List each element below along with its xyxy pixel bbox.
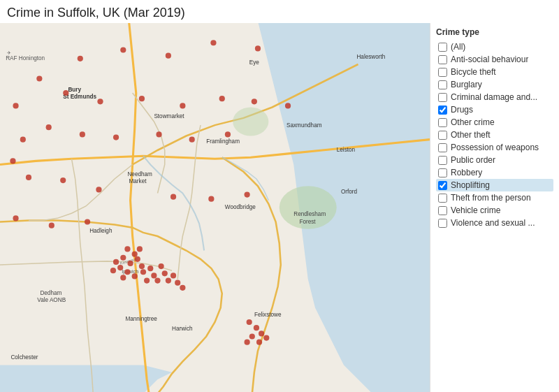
crime-label-possession-weapons: Possession of weapons bbox=[451, 143, 539, 152]
main-area: RAF Honington Bury St Edmunds Stowmarket… bbox=[0, 23, 559, 392]
crime-item-shoplifting[interactable]: Shoplifting bbox=[436, 179, 553, 191]
svg-point-62 bbox=[252, 99, 257, 104]
app: Crime in Suffolk, UK (Mar 2019) bbox=[0, 0, 559, 392]
svg-point-37 bbox=[147, 266, 153, 271]
crime-checkbox-anti-social[interactable] bbox=[438, 55, 447, 64]
svg-point-45 bbox=[175, 280, 180, 286]
crime-list: (All)Anti-social behaviourBicycle theftB… bbox=[436, 41, 553, 229]
svg-point-74 bbox=[208, 196, 214, 202]
svg-text:✈: ✈ bbox=[7, 50, 11, 56]
crime-label-theft-person: Theft from the person bbox=[451, 193, 531, 203]
svg-point-29 bbox=[120, 255, 126, 261]
crime-label-public-order: Public order bbox=[451, 155, 495, 165]
svg-point-75 bbox=[245, 191, 250, 197]
svg-point-68 bbox=[189, 137, 195, 143]
svg-point-2 bbox=[233, 108, 268, 136]
svg-point-50 bbox=[120, 275, 126, 280]
crime-item-violence-sexual[interactable]: Violence and sexual ... bbox=[436, 217, 553, 229]
svg-text:Framlingham: Framlingham bbox=[206, 138, 240, 145]
crime-item-public-order[interactable]: Public order bbox=[436, 154, 553, 166]
svg-text:Felixstowe: Felixstowe bbox=[254, 312, 282, 318]
crime-checkbox-bicycle-theft[interactable] bbox=[438, 68, 447, 77]
svg-point-55 bbox=[255, 45, 261, 51]
crime-label-violence-sexual: Violence and sexual ... bbox=[451, 218, 535, 228]
crime-checkbox-violence-sexual[interactable] bbox=[438, 219, 447, 228]
svg-point-78 bbox=[85, 219, 90, 224]
svg-text:Halesworth: Halesworth bbox=[356, 54, 385, 60]
crime-checkbox-vehicle-crime[interactable] bbox=[438, 206, 447, 215]
svg-point-84 bbox=[263, 335, 269, 340]
svg-point-47 bbox=[113, 259, 119, 265]
svg-point-41 bbox=[159, 263, 164, 269]
crime-item-theft-person[interactable]: Theft from the person bbox=[436, 191, 553, 204]
crime-checkbox-robbery[interactable] bbox=[438, 168, 447, 177]
svg-point-39 bbox=[154, 277, 160, 283]
svg-point-54 bbox=[210, 40, 216, 45]
svg-text:Market: Market bbox=[129, 178, 147, 184]
map-container: RAF Honington Bury St Edmunds Stowmarket… bbox=[0, 23, 430, 392]
svg-point-79 bbox=[247, 319, 252, 325]
svg-point-70 bbox=[26, 175, 31, 180]
crime-item-all[interactable]: (All) bbox=[436, 41, 553, 53]
crime-label-all: (All) bbox=[451, 42, 465, 52]
svg-point-57 bbox=[63, 90, 68, 96]
crime-label-robbery: Robbery bbox=[451, 168, 482, 177]
crime-checkbox-drugs[interactable] bbox=[438, 106, 447, 115]
crime-item-robbery[interactable]: Robbery bbox=[436, 166, 553, 179]
svg-point-66 bbox=[113, 134, 119, 140]
crime-item-drugs[interactable]: Drugs bbox=[436, 103, 553, 116]
sidebar-title: Crime type bbox=[436, 27, 553, 37]
svg-text:Forest: Forest bbox=[299, 219, 316, 225]
svg-point-43 bbox=[166, 277, 171, 283]
crime-label-shoplifting: Shoplifting bbox=[451, 180, 490, 190]
svg-text:Hadleigh: Hadleigh bbox=[89, 228, 112, 234]
svg-point-65 bbox=[80, 131, 85, 137]
svg-point-40 bbox=[144, 277, 150, 283]
svg-point-86 bbox=[13, 103, 18, 108]
svg-point-48 bbox=[110, 268, 116, 273]
crime-checkbox-shoplifting[interactable] bbox=[438, 181, 447, 190]
svg-point-31 bbox=[135, 256, 140, 262]
svg-text:Needham: Needham bbox=[127, 171, 152, 177]
svg-point-46 bbox=[180, 285, 185, 291]
svg-point-30 bbox=[127, 261, 133, 266]
svg-point-73 bbox=[170, 194, 176, 200]
crime-checkbox-possession-weapons[interactable] bbox=[438, 143, 447, 152]
crime-item-anti-social[interactable]: Anti-social behaviour bbox=[436, 53, 553, 66]
crime-checkbox-criminal-damage[interactable] bbox=[438, 93, 447, 102]
svg-point-38 bbox=[151, 273, 157, 278]
svg-text:RAF Honington: RAF Honington bbox=[6, 55, 45, 61]
svg-text:Harwich: Harwich bbox=[172, 326, 193, 332]
crime-item-other-theft[interactable]: Other theft bbox=[436, 129, 553, 141]
svg-point-82 bbox=[249, 333, 255, 339]
crime-label-other-crime: Other crime bbox=[451, 117, 495, 127]
svg-point-88 bbox=[10, 158, 15, 164]
svg-point-34 bbox=[124, 269, 130, 275]
crime-checkbox-other-theft[interactable] bbox=[438, 131, 447, 140]
crime-item-burglary[interactable]: Burglary bbox=[436, 78, 553, 91]
svg-point-35 bbox=[132, 273, 138, 279]
crime-checkbox-burglary[interactable] bbox=[438, 80, 447, 89]
svg-point-51 bbox=[78, 56, 83, 61]
svg-point-69 bbox=[225, 131, 231, 137]
crime-checkbox-public-order[interactable] bbox=[438, 156, 447, 165]
crime-checkbox-other-crime[interactable] bbox=[438, 118, 447, 127]
svg-point-63 bbox=[285, 103, 291, 108]
crime-label-anti-social: Anti-social behaviour bbox=[451, 55, 528, 64]
svg-point-27 bbox=[124, 246, 130, 252]
crime-item-other-crime[interactable]: Other crime bbox=[436, 116, 553, 129]
crime-item-possession-weapons[interactable]: Possession of weapons bbox=[436, 141, 553, 154]
svg-point-71 bbox=[60, 177, 66, 183]
svg-point-87 bbox=[20, 137, 26, 143]
svg-text:Saxmundham: Saxmundham bbox=[286, 122, 322, 129]
crime-item-vehicle-crime[interactable]: Vehicle crime bbox=[436, 204, 553, 217]
crime-checkbox-theft-person[interactable] bbox=[438, 194, 447, 203]
svg-text:Orford: Orford bbox=[341, 189, 358, 195]
crime-item-bicycle-theft[interactable]: Bicycle theft bbox=[436, 66, 553, 78]
svg-point-59 bbox=[139, 96, 145, 101]
svg-point-77 bbox=[49, 223, 55, 228]
crime-checkbox-all[interactable] bbox=[438, 43, 447, 52]
crime-item-criminal-damage[interactable]: Criminal damage and... bbox=[436, 91, 553, 103]
svg-text:Woodbridge: Woodbridge bbox=[225, 204, 256, 210]
svg-point-49 bbox=[137, 246, 143, 252]
